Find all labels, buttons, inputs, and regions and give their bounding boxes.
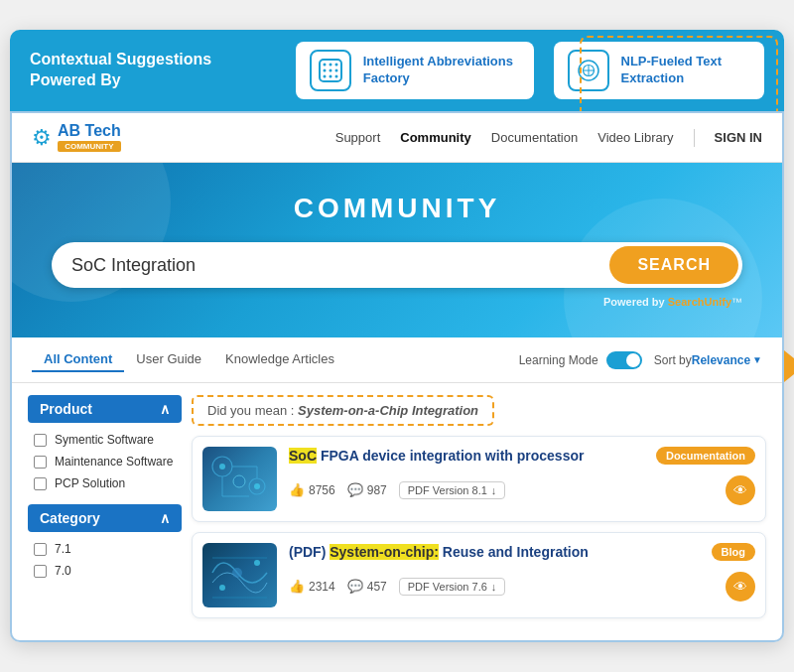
- powered-by: Powered by SearchUnify™: [52, 296, 742, 308]
- likes-1: 👍 8756: [289, 482, 335, 497]
- results-area: Did you mean : System-on-a-Chip Integrat…: [192, 395, 766, 628]
- result-thumb-1: [202, 447, 277, 511]
- nav-link-list: Support Community Documentation Video Li…: [335, 129, 762, 147]
- version-text-2: PDF Version 7.6: [408, 581, 487, 593]
- top-banner: Contextual Suggestions Powered By: [10, 30, 784, 111]
- svg-point-2: [329, 64, 331, 67]
- hero-section: COMMUNITY SEARCH Powered by SearchUnify™: [12, 163, 782, 337]
- svg-point-20: [219, 585, 225, 591]
- eye-button-1[interactable]: 👁: [726, 475, 755, 505]
- logo-text-area: AB Tech COMMUNITY: [58, 123, 121, 152]
- category-filter-label: Category: [40, 510, 100, 526]
- product-filter-items: Symentic Software Maintenance Software P…: [28, 429, 182, 494]
- filter-item-70[interactable]: 7.0: [32, 560, 178, 582]
- version-badge-2[interactable]: PDF Version 7.6 ↓: [399, 578, 506, 596]
- blog-badge-2: Blog: [712, 543, 755, 561]
- comments-count-1: 987: [367, 483, 387, 497]
- v71-label: 7.1: [55, 542, 71, 556]
- soc-highlight-1: SoC: [289, 448, 317, 464]
- svg-point-17: [254, 483, 260, 489]
- pcp-checkbox[interactable]: [34, 477, 47, 490]
- version-down-icon-1: ↓: [491, 484, 497, 496]
- svg-point-5: [329, 69, 331, 72]
- v70-checkbox[interactable]: [34, 565, 47, 578]
- logo-badge: COMMUNITY: [58, 141, 121, 152]
- main-content-area: ⚙ AB Tech COMMUNITY Support Community Do…: [10, 111, 784, 642]
- search-button[interactable]: SEARCH: [609, 246, 738, 284]
- filter-item-symentic[interactable]: Symentic Software: [32, 429, 178, 451]
- result-title-2: (PDF) System-on-chip: Reuse and Integrat…: [289, 543, 589, 562]
- likes-count-1: 8756: [309, 483, 335, 497]
- v71-checkbox[interactable]: [34, 543, 47, 556]
- learning-mode-label: Learning Mode: [519, 353, 598, 367]
- abbreviations-icon: [310, 50, 351, 91]
- comment-icon-2: 💬: [347, 579, 363, 594]
- result-thumb-2: [202, 543, 277, 607]
- sort-chevron-icon[interactable]: ▼: [752, 354, 762, 365]
- svg-point-1: [323, 64, 326, 67]
- logo-text: AB Tech: [58, 123, 121, 139]
- svg-point-21: [254, 560, 260, 566]
- svg-point-3: [334, 64, 337, 67]
- result-content-2: (PDF) System-on-chip: Reuse and Integrat…: [289, 543, 755, 602]
- product-filter-label: Product: [40, 401, 92, 417]
- banner-features: Intelligent Abbreviations Factory NLP-Fu…: [296, 42, 764, 99]
- sort-value[interactable]: Relevance: [692, 353, 750, 367]
- eye-button-2[interactable]: 👁: [726, 572, 755, 602]
- filter-item-71[interactable]: 7.1: [32, 538, 178, 560]
- searchunify-brand: SearchUnify: [668, 296, 731, 308]
- product-collapse-icon: ∧: [160, 401, 170, 417]
- result-content-1: SoC FPGA device integration with process…: [289, 447, 755, 505]
- svg-point-9: [334, 75, 337, 78]
- filter-group-product: Product ∧ Symentic Software Maintenance …: [28, 395, 182, 494]
- nlp-icon: [568, 50, 609, 91]
- did-you-mean-term[interactable]: System-on-a-Chip Integration: [298, 403, 478, 418]
- banner-feature-1: Intelligent Abbreviations Factory: [296, 42, 534, 99]
- category-filter-header[interactable]: Category ∧: [28, 504, 182, 532]
- svg-point-19: [232, 568, 242, 578]
- filter-group-category: Category ∧ 7.1 7.0: [28, 504, 182, 582]
- pcp-label: PCP Solution: [55, 476, 125, 490]
- filter-item-maintenance[interactable]: Maintenance Software: [32, 451, 178, 472]
- category-filter-items: 7.1 7.0: [28, 538, 182, 582]
- v70-label: 7.0: [55, 564, 71, 578]
- banner-title: Contextual Suggestions Powered By: [30, 50, 266, 91]
- nav-divider: [694, 129, 695, 147]
- result-meta-1: 👍 8756 💬 987 PDF Version 8.1 ↓: [289, 475, 755, 505]
- nav-link-documentation[interactable]: Documentation: [491, 130, 578, 145]
- body-area: Product ∧ Symentic Software Maintenance …: [12, 383, 782, 640]
- comment-icon-1: 💬: [347, 482, 363, 497]
- tab-knowledge-articles[interactable]: Knowledge Articles: [213, 347, 346, 372]
- version-badge-1[interactable]: PDF Version 8.1 ↓: [399, 481, 506, 499]
- tab-user-guide[interactable]: User Guide: [124, 347, 213, 372]
- symentic-label: Symentic Software: [55, 433, 154, 447]
- feature-2-text: NLP-Fueled Text Extraction: [621, 54, 750, 87]
- nav-bar: ⚙ AB Tech COMMUNITY Support Community Do…: [12, 113, 782, 163]
- thumbs-up-icon-2: 👍: [289, 579, 305, 594]
- learning-mode: Learning Mode: [519, 351, 642, 369]
- filter-tabs: All Content User Guide Knowledge Article…: [12, 337, 782, 383]
- maintenance-checkbox[interactable]: [34, 456, 47, 469]
- sign-in-button[interactable]: SIGN IN: [715, 130, 762, 145]
- tab-all-content[interactable]: All Content: [32, 347, 124, 372]
- nav-link-video-library[interactable]: Video Library: [597, 130, 673, 145]
- feature-1-text: Intelligent Abbreviations Factory: [363, 54, 520, 87]
- comments-1: 💬 987: [347, 482, 387, 497]
- did-you-mean-box: Did you mean : System-on-a-Chip Integrat…: [192, 395, 494, 426]
- svg-point-16: [219, 464, 225, 470]
- comments-count-2: 457: [367, 580, 387, 594]
- thumbs-up-icon-1: 👍: [289, 482, 305, 497]
- filter-item-pcp[interactable]: PCP Solution: [32, 472, 178, 494]
- likes-count-2: 2314: [309, 580, 335, 594]
- learning-mode-toggle[interactable]: [606, 351, 642, 369]
- nav-link-support[interactable]: Support: [335, 130, 381, 145]
- result-title-rest-1: FPGA device integration with processor: [321, 448, 585, 464]
- product-filter-header[interactable]: Product ∧: [28, 395, 182, 423]
- result-title-rest-2: Reuse and Integration: [443, 544, 589, 560]
- svg-point-6: [334, 69, 337, 72]
- search-input[interactable]: [67, 247, 609, 284]
- result-title-1: SoC FPGA device integration with process…: [289, 447, 584, 466]
- nav-link-community[interactable]: Community: [400, 130, 471, 145]
- symentic-checkbox[interactable]: [34, 434, 47, 447]
- category-collapse-icon: ∧: [160, 510, 170, 526]
